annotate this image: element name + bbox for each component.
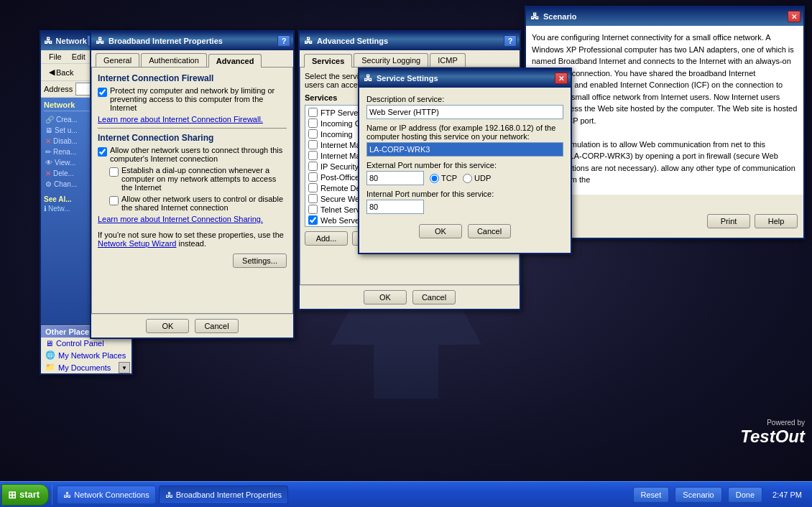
view-icon: 👁 <box>45 159 52 167</box>
tab-advanced[interactable]: Advanced <box>208 54 262 68</box>
name-input[interactable] <box>366 142 563 157</box>
tcp-label: TCP <box>441 174 457 182</box>
reset-btn[interactable]: Reset <box>633 487 670 503</box>
done-btn[interactable]: Done <box>728 487 762 503</box>
setup-note-end: instead. <box>179 239 207 248</box>
network-title-text: Network <box>56 37 87 45</box>
incoming1-checkbox[interactable] <box>308 118 318 128</box>
settings-button[interactable]: Settings... <box>233 254 287 268</box>
ftp-checkbox[interactable] <box>308 108 318 117</box>
rename-icon: ✏ <box>45 148 51 156</box>
desktop: 🖧 Network _ □ ✕ File Edit Vi ◀ Back Addr <box>0 0 812 481</box>
tab-general[interactable]: General <box>96 53 139 67</box>
broadband-help-btn[interactable]: ? <box>277 35 290 47</box>
scenario-title-text: Scenario <box>543 12 788 21</box>
icf-title: Internet Connection Firewall <box>98 73 287 83</box>
advanced-title-icon: 🖧 <box>303 35 314 47</box>
protocol-radio-group: TCP UDP <box>430 174 491 183</box>
setup-icon: 🖥 <box>45 126 52 134</box>
broadband-footer: OK Cancel <box>91 314 293 338</box>
service-close-btn[interactable]: ✕ <box>555 73 568 84</box>
advanced-title-text: Advanced Settings <box>317 37 504 45</box>
taskbar-network-label: Network Connections <box>74 490 149 499</box>
info-icon: ℹ <box>44 205 47 213</box>
udp-label: UDP <box>474 174 491 182</box>
advanced-ok-btn[interactable]: OK <box>364 290 407 304</box>
create-icon: 🔗 <box>45 116 54 124</box>
ics-checkbox3[interactable] <box>109 196 119 205</box>
ics-learn-link[interactable]: Learn more about Internet Connection Sha… <box>98 215 263 223</box>
taskbar-net-icon: 🖧 <box>63 490 71 499</box>
back-button[interactable]: ◀ Back <box>44 65 78 79</box>
secureweb-checkbox[interactable] <box>308 194 318 203</box>
ics-checkbox2[interactable] <box>109 167 119 177</box>
mail1-checkbox[interactable] <box>308 140 318 149</box>
other-places-title: Other Places <box>45 327 93 336</box>
taskbar-broadband-label: Broadband Internet Properties <box>176 490 282 499</box>
start-windows-icon: ⊞ <box>8 489 17 501</box>
postoffice-checkbox[interactable] <box>308 172 318 182</box>
external-port-input[interactable] <box>366 171 424 185</box>
testout-logo: Powered by TestOut <box>740 419 805 447</box>
broadband-tab-content: Internet Connection Firewall Protect my … <box>91 67 293 314</box>
broadband-ok-btn[interactable]: OK <box>146 319 189 333</box>
internal-port-input[interactable] <box>366 200 424 214</box>
menu-file[interactable]: File <box>44 50 67 63</box>
advanced-cancel-btn[interactable]: Cancel <box>412 290 456 304</box>
tab-services[interactable]: Services <box>304 54 352 68</box>
desc-label: Description of service: <box>366 95 563 103</box>
incoming2-checkbox[interactable] <box>308 129 318 139</box>
menu-edit[interactable]: Edit <box>67 50 91 63</box>
service-title-text: Service Settings <box>377 74 555 83</box>
advanced-title-bar: 🖧 Advanced Settings ? <box>300 32 520 50</box>
start-button[interactable]: ⊞ start <box>1 484 49 506</box>
broadband-cancel-btn[interactable]: Cancel <box>195 319 238 333</box>
service-ok-btn[interactable]: OK <box>419 224 462 238</box>
ics-section: Internet Connection Sharing Allow other … <box>98 133 287 223</box>
taskbar-broadband-item[interactable]: 🖧 Broadband Internet Properties <box>159 485 288 504</box>
taskbar-divider1 <box>52 485 52 505</box>
icf-learn-link[interactable]: Learn more about Internet Connection Fir… <box>98 115 263 124</box>
service-title-bar: 🖧 Service Settings ✕ <box>359 69 571 88</box>
service-body: Description of service: Name or IP addre… <box>359 88 571 253</box>
ipsec-checkbox[interactable] <box>308 162 318 171</box>
print-btn[interactable]: Print <box>707 214 750 228</box>
udp-radio[interactable] <box>463 174 472 183</box>
back-icon: ◀ <box>49 68 55 77</box>
mail2-checkbox[interactable] <box>308 151 318 160</box>
scroll-down-btn[interactable]: ▼ <box>119 362 130 373</box>
ics-learn-more: Learn more about Internet Connection Sha… <box>98 215 287 223</box>
ics-checkbox2-item: Establish a dial-up connection whenever … <box>109 166 287 192</box>
scenario-help-btn[interactable]: Help <box>755 214 798 228</box>
desc-input[interactable] <box>366 105 563 119</box>
my-network-icon: 🌐 <box>45 350 55 360</box>
tab-icmp[interactable]: ICMP <box>430 53 466 67</box>
tab-authentication[interactable]: Authentication <box>141 53 207 67</box>
taskbar-network-item[interactable]: 🖧 Network Connections <box>57 485 156 504</box>
icf-checkbox-item: Protect my computer and network by limit… <box>98 86 287 112</box>
external-port-label: External Port number for this service: <box>366 161 563 169</box>
setup-note: If you're not sure how to set these prop… <box>98 231 287 248</box>
broadband-title-text: Broadband Internet Properties <box>109 37 277 45</box>
incoming2-label: Incoming <box>320 130 353 139</box>
scenario-btn[interactable]: Scenario <box>675 487 721 503</box>
icf-learn-more: Learn more about Internet Connection Fir… <box>98 115 287 124</box>
icf-checkbox[interactable] <box>98 88 107 97</box>
advanced-help-btn[interactable]: ? <box>504 35 517 47</box>
broadband-title-icon: 🖧 <box>94 35 106 47</box>
service-dialog-buttons: OK Cancel <box>366 224 563 238</box>
tcp-radio[interactable] <box>430 174 439 183</box>
broadband-title-bar: 🖧 Broadband Internet Properties ? <box>91 32 293 50</box>
add-service-btn[interactable]: Add... <box>305 231 348 246</box>
service-cancel-btn[interactable]: Cancel <box>468 224 511 238</box>
network-wizard-link[interactable]: Network Setup Wizard <box>98 239 176 248</box>
scenario-close-btn[interactable]: ✕ <box>788 11 801 22</box>
webserver-checkbox[interactable] <box>308 215 318 225</box>
address-label: Address <box>44 85 73 93</box>
remote-checkbox[interactable] <box>308 183 318 192</box>
tab-security-logging[interactable]: Security Logging <box>354 53 428 67</box>
broadband-tabs: General Authentication Advanced <box>91 50 293 67</box>
ics-checkbox1[interactable] <box>98 147 107 157</box>
ics-label1: Allow other network users to connect thr… <box>110 146 287 163</box>
telnet-checkbox[interactable] <box>308 205 318 214</box>
